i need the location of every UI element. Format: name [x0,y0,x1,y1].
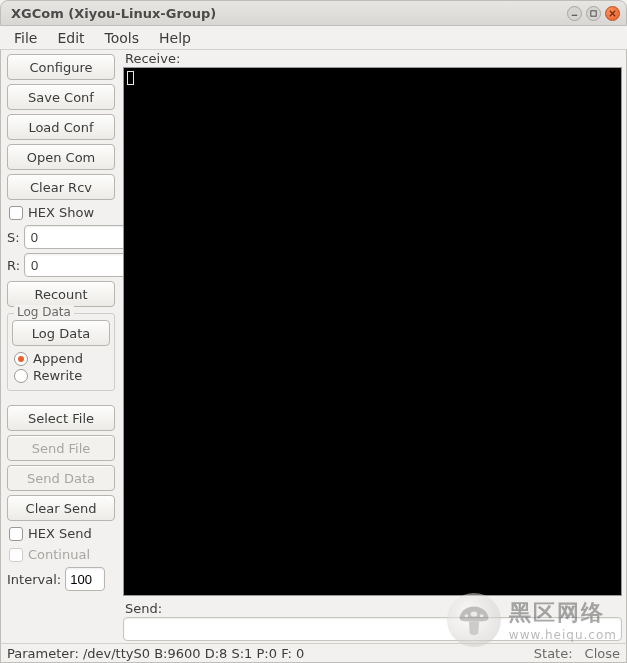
receive-terminal[interactable] [123,67,622,596]
status-parameter: Parameter: /dev/ttyS0 B:9600 D:8 S:1 P:0… [7,646,304,661]
menu-tools[interactable]: Tools [95,27,150,49]
append-label: Append [33,351,83,366]
clear-rcv-button[interactable]: Clear Rcv [7,174,115,200]
receive-label: Receive: [123,50,622,67]
menu-edit[interactable]: Edit [47,27,94,49]
append-radio[interactable]: Append [12,350,110,367]
menu-help[interactable]: Help [149,27,201,49]
window-controls [567,6,620,21]
log-data-frame-title: Log Data [14,305,74,319]
window-title: XGCom (Xiyou-Linux-Group) [7,6,567,21]
send-label: Send: [123,600,622,617]
status-right: State: Close [534,646,620,661]
rewrite-radio[interactable]: Rewrite [12,367,110,384]
open-com-button[interactable]: Open Com [7,144,115,170]
svg-rect-1 [591,10,596,15]
sent-count-row: S: [7,225,115,249]
radio-icon [14,352,28,366]
checkbox-icon [9,527,23,541]
terminal-cursor [127,71,134,85]
select-file-button[interactable]: Select File [7,405,115,431]
s-label: S: [7,230,20,245]
interval-label: Interval: [7,572,61,587]
hex-show-label: HEX Show [28,205,94,220]
statusbar: Parameter: /dev/ttyS0 B:9600 D:8 S:1 P:0… [0,643,627,663]
maximize-button[interactable] [586,6,601,21]
clear-send-button[interactable]: Clear Send [7,495,115,521]
interval-input[interactable] [65,567,105,591]
r-label: R: [7,258,20,273]
minimize-button[interactable] [567,6,582,21]
menubar: File Edit Tools Help [0,26,627,50]
checkbox-icon [9,548,23,562]
send-input[interactable] [123,617,622,641]
status-state-label: State: [534,646,573,661]
hex-send-label: HEX Send [28,526,92,541]
main-body: Configure Save Conf Load Conf Open Com C… [0,50,627,643]
log-data-frame: Log Data Log Data Append Rewrite [7,313,115,391]
checkbox-icon [9,206,23,220]
save-conf-button[interactable]: Save Conf [7,84,115,110]
right-panel: Receive: Send: [121,50,626,643]
close-button[interactable] [605,6,620,21]
continual-checkbox: Continual [7,546,115,563]
configure-button[interactable]: Configure [7,54,115,80]
hex-send-checkbox[interactable]: HEX Send [7,525,115,542]
recv-count-row: R: [7,253,115,277]
radio-icon [14,369,28,383]
menu-file[interactable]: File [4,27,47,49]
continual-label: Continual [28,547,90,562]
send-file-button: Send File [7,435,115,461]
load-conf-button[interactable]: Load Conf [7,114,115,140]
recount-button[interactable]: Recount [7,281,115,307]
titlebar: XGCom (Xiyou-Linux-Group) [0,0,627,26]
hex-show-checkbox[interactable]: HEX Show [7,204,115,221]
rewrite-label: Rewrite [33,368,82,383]
left-panel: Configure Save Conf Load Conf Open Com C… [1,50,121,643]
status-state-value: Close [585,646,620,661]
send-data-button: Send Data [7,465,115,491]
interval-row: Interval: [7,567,115,591]
log-data-button[interactable]: Log Data [12,320,110,346]
